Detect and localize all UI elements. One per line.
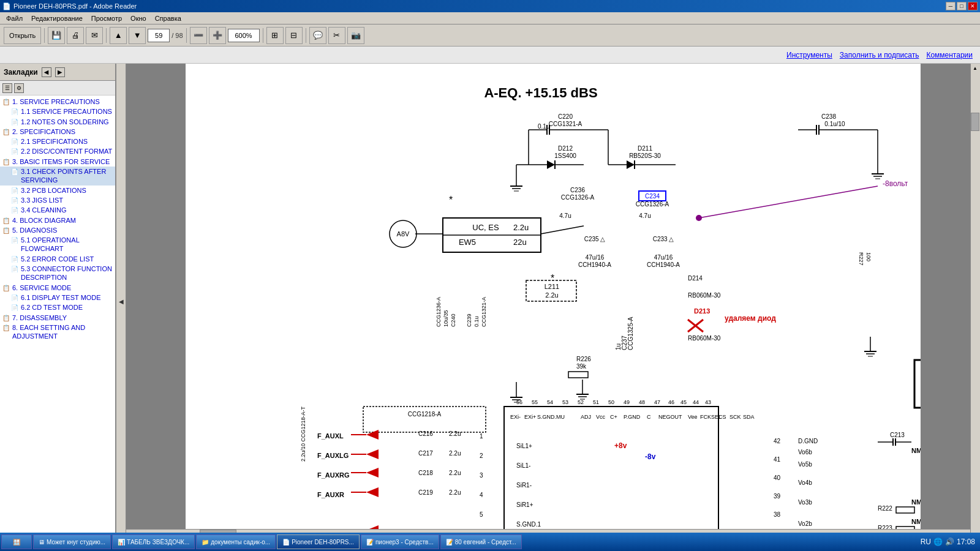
taskbar-item-3[interactable]: 📁 документы садик-о... <box>196 534 276 549</box>
tools-link[interactable]: Инструменты <box>786 51 832 59</box>
taskbar-item-6[interactable]: 📝 80 евгений - Средст... <box>440 534 522 549</box>
svg-text:CCG1218-A: CCG1218-A <box>408 411 442 418</box>
bookmark-item-bm11[interactable]: 📄3.4 CLEANING <box>0 205 115 215</box>
pdf-viewer[interactable]: A-EQ. +15.15 dBS C220 CCG1321-A 0.1u C23… <box>126 64 980 539</box>
next-page-button[interactable]: ▼ <box>129 27 146 44</box>
bookmark-item-bm9[interactable]: 📄3.2 PCB LOCATIONS <box>0 186 115 195</box>
bookmark-text-bm8: 3.1 CHECK POINTS AFTER SERVICING <box>21 167 113 185</box>
svg-text:*: * <box>449 195 453 205</box>
clip-tool[interactable]: ✂ <box>328 27 345 44</box>
bookmark-item-bm4[interactable]: 📋2. SPECIFICATIONS <box>0 127 115 137</box>
svg-text:*: * <box>551 273 554 283</box>
start-button[interactable]: 🪟 <box>1 534 32 549</box>
taskbar-item-1[interactable]: 🖥 Может кнуг студию... <box>33 534 111 549</box>
system-tray: RU 🌐 🔊 17:08 <box>921 538 979 546</box>
bookmark-item-bm17[interactable]: 📋6. SERVICE MODE <box>0 283 115 293</box>
svg-text:50: 50 <box>608 399 614 405</box>
bookmark-item-bm18[interactable]: 📄6.1 DISPLAY TEST MODE <box>0 293 115 302</box>
maximize-button[interactable]: □ <box>957 2 967 10</box>
bookmark-item-bm20[interactable]: 📋7. DISASSEMBLY <box>0 313 115 323</box>
taskbar-item-4[interactable]: 📄 Pioneer DEH-80PRS... <box>277 534 360 549</box>
menu-file[interactable]: Файл <box>2 14 26 23</box>
bookmark-icon-bm11: 📄 <box>11 206 18 214</box>
svg-text:42: 42 <box>774 438 781 444</box>
menu-help[interactable]: Справка <box>151 14 185 23</box>
bookmark-item-bm13[interactable]: 📋5. DIAGNOSIS <box>0 225 115 235</box>
bookmarks-list-icon[interactable]: ☰ <box>2 83 12 93</box>
menu-edit[interactable]: Редактирование <box>28 14 86 23</box>
svg-text:5: 5 <box>480 511 483 518</box>
svg-text:F_AUXRG: F_AUXRG <box>317 471 350 479</box>
svg-text:D214: D214 <box>688 275 703 282</box>
svg-text:S.GND.MU: S.GND.MU <box>537 414 565 420</box>
email-button[interactable]: ✉ <box>86 27 103 44</box>
bookmark-item-bm3[interactable]: 📄1.2 NOTES ON SOLDERING <box>0 117 115 127</box>
close-button[interactable]: ✕ <box>968 2 978 10</box>
taskbar-item-2[interactable]: 📊 ТАБЕЛЬ ЗВЁЗДОЧК... <box>112 534 195 549</box>
svg-text:2.2u: 2.2u <box>449 489 461 496</box>
svg-text:Vcc: Vcc <box>596 414 606 420</box>
zoom-out-button[interactable]: ➖ <box>190 27 207 44</box>
svg-text:F_AUXL: F_AUXL <box>317 432 344 440</box>
bookmark-item-bm10[interactable]: 📄3.3 JIGS LIST <box>0 195 115 205</box>
fit-width-button[interactable]: ⊟ <box>285 27 303 44</box>
panel-collapse-arrow[interactable]: ◀ <box>116 64 126 539</box>
bookmark-item-bm21[interactable]: 📋8. EACH SETTING AND ADJUSTMENT <box>0 323 115 342</box>
svg-text:47: 47 <box>654 399 660 405</box>
menu-window[interactable]: Окно <box>127 14 150 23</box>
bookmark-icon-bm14: 📄 <box>11 236 18 244</box>
bookmark-icon-bm17: 📋 <box>2 284 10 292</box>
save-button[interactable]: 💾 <box>48 27 65 44</box>
bookmarks-options-icon[interactable]: ⚙ <box>14 83 24 93</box>
open-button[interactable]: Открыть <box>4 27 41 44</box>
svg-text:2.2u: 2.2u <box>449 450 461 457</box>
window-title: Pioneer DEH-80PRS.pdf - Adobe Reader <box>13 2 137 10</box>
page-total: 98 <box>175 32 183 39</box>
comment-tool[interactable]: 💬 <box>309 27 326 44</box>
bookmark-item-bm8[interactable]: 📄3.1 CHECK POINTS AFTER SERVICING <box>0 167 115 186</box>
bookmark-item-bm14[interactable]: 📄5.1 OPERATIONAL FLOWCHART <box>0 235 115 254</box>
svg-text:NEGOUT: NEGOUT <box>658 414 682 420</box>
bookmark-item-bm19[interactable]: 📄6.2 CD TEST MODE <box>0 302 115 312</box>
svg-text:4: 4 <box>480 492 483 498</box>
fit-page-button[interactable]: ⊞ <box>266 27 284 44</box>
svg-text:L211: L211 <box>545 283 559 290</box>
taskbar-item-5[interactable]: 📝 пионер3 - Средств... <box>361 534 439 549</box>
comments-link[interactable]: Комментарии <box>926 51 973 59</box>
bookmark-item-bm6[interactable]: 📄2.2 DISC/CONTENT FORMAT <box>0 146 115 156</box>
scrollbar-thumb[interactable] <box>971 113 979 131</box>
clock: 17:08 <box>957 538 975 546</box>
zoom-in-button[interactable]: ➕ <box>209 27 226 44</box>
scroll-up-button[interactable]: ▲ <box>971 64 979 72</box>
bookmark-text-bm13: 5. DIAGNOSIS <box>12 226 57 234</box>
minimize-button[interactable]: ─ <box>946 2 956 10</box>
bookmark-item-bm7[interactable]: 📋3. BASIC ITEMS FOR SERVICE <box>0 157 115 167</box>
camera-tool[interactable]: 📷 <box>347 27 364 44</box>
vertical-scrollbar[interactable]: ▲ ▼ <box>970 64 980 539</box>
print-button[interactable]: 🖨 <box>67 27 84 44</box>
svg-text:CS: CS <box>718 414 726 420</box>
zoom-input[interactable] <box>228 29 260 42</box>
svg-text:R226: R226 <box>576 356 591 362</box>
bookmark-item-bm2[interactable]: 📄1.1 SERVICE PRECAUTIONS <box>0 107 115 116</box>
svg-text:10u/35: 10u/35 <box>443 310 449 327</box>
svg-text:C220: C220 <box>558 113 573 120</box>
collapse-left-button[interactable]: ◀ <box>42 67 51 77</box>
svg-text:D213: D213 <box>694 307 710 315</box>
task-icon-4: 📄 <box>282 539 290 545</box>
page-number-input[interactable] <box>148 29 170 42</box>
sign-link[interactable]: Заполнить и подписать <box>840 51 919 59</box>
bookmark-item-bm16[interactable]: 📄5.3 CONNECTOR FUNCTION DESCRIPTION <box>0 264 115 283</box>
bookmark-item-bm15[interactable]: 📄5.2 ERROR CODE LIST <box>0 254 115 264</box>
prev-page-button[interactable]: ▲ <box>110 27 127 44</box>
svg-text:D212: D212 <box>558 145 573 152</box>
bookmark-item-bm5[interactable]: 📄2.1 SPECIFICATIONS <box>0 137 115 146</box>
svg-text:NM: NM <box>911 498 921 506</box>
expand-right-button[interactable]: ▶ <box>55 67 65 77</box>
bookmark-item-bm1[interactable]: 📋1. SERVICE PRECAUTIONS <box>0 97 115 107</box>
svg-text:39: 39 <box>774 493 781 500</box>
bookmark-item-bm12[interactable]: 📋4. BLOCK DIAGRAM <box>0 216 115 225</box>
menubar: Файл Редактирование Просмотр Окно Справк… <box>0 12 980 24</box>
task-icon-1: 🖥 <box>39 539 45 545</box>
menu-view[interactable]: Просмотр <box>88 14 126 23</box>
